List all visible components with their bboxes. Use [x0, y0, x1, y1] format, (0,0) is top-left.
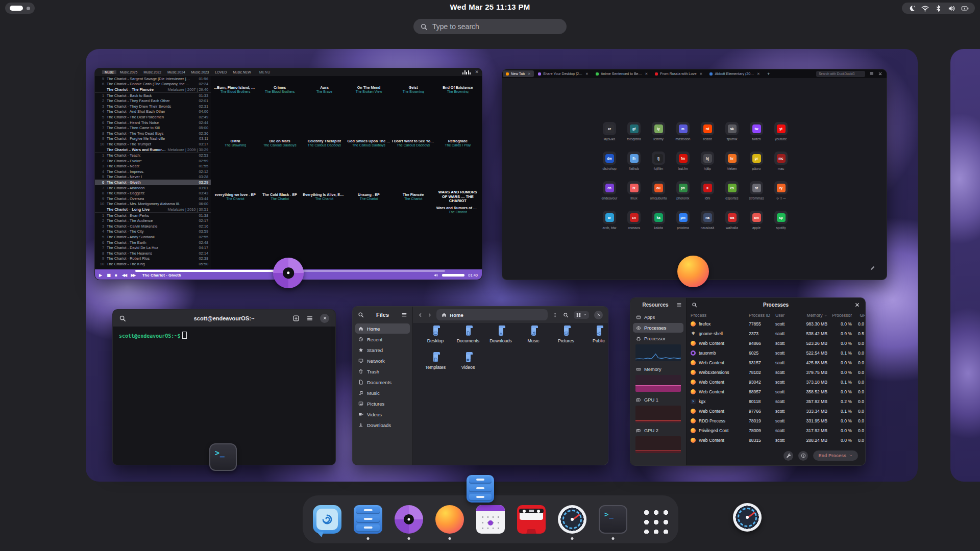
track-row[interactable]: 10 The Chariot - The King 05:50: [95, 261, 211, 267]
track-row[interactable]: 9 The Chariot - Oversea 03:44: [95, 196, 211, 202]
files-app-icon[interactable]: [467, 475, 494, 503]
album-cell[interactable]: Aura The Brave: [303, 79, 346, 132]
album-cover[interactable]: [214, 186, 257, 190]
sidebar-item-gpu1[interactable]: GPU 1: [633, 395, 683, 405]
playlist-tab[interactable]: Music.2022: [141, 70, 164, 74]
dock-item-chat-app[interactable]: [313, 505, 341, 534]
close-button[interactable]: [594, 311, 603, 319]
sidebar-item[interactable]: Videos: [355, 409, 410, 419]
folder-item[interactable]: Desktop: [419, 327, 452, 354]
folder-item[interactable]: Downloads: [484, 327, 517, 354]
album-cell[interactable]: Geist The Browning: [392, 79, 435, 132]
process-row[interactable]: >kgx 80118 scott 357.92 MB 0.2 % 0.0 %: [691, 396, 861, 406]
dock-item-console[interactable]: >_: [599, 505, 627, 534]
menu-icon[interactable]: [676, 302, 682, 308]
close-icon[interactable]: ✕: [475, 70, 479, 74]
speed-dial-tile[interactable]: tw twitch: [744, 122, 769, 152]
speed-dial-tile[interactable]: yt youtube: [769, 122, 793, 152]
process-row[interactable]: Web Content 97766 scott 333.34 MB 0.1 % …: [691, 406, 861, 416]
browser-tab[interactable]: Share Your Desktop [2… ✕: [535, 70, 592, 77]
track-row[interactable]: 6 The Chariot - Heard This Noise 02:44: [95, 120, 211, 126]
album-cell[interactable]: everything we love - EP The Chariot: [214, 186, 257, 239]
search-bar[interactable]: Type to search: [413, 19, 567, 34]
browser-tab[interactable]: From Russia with Love ✕: [652, 70, 705, 77]
window-files[interactable]: Files Home Recent: [352, 306, 608, 465]
folder-item[interactable]: Templates: [419, 354, 452, 380]
album-cell[interactable]: Die on Mars The Callous Daoboys: [258, 132, 301, 186]
speed-dial-tile[interactable]: pr päoro: [744, 152, 769, 181]
speed-dial-tile[interactable]: rd reddit: [695, 122, 720, 152]
album-cell[interactable]: Unsung - EP The Chariot: [347, 186, 390, 239]
tab-close-icon[interactable]: ✕: [584, 72, 589, 76]
album-cover[interactable]: [258, 186, 301, 190]
dock-item-resources[interactable]: [558, 505, 586, 534]
track-row[interactable]: 4 The Chariot - Impress. 02:12: [95, 169, 211, 174]
playlist-tab[interactable]: Music.2025: [117, 70, 140, 74]
track-row[interactable]: 3 The Chariot - They Drew Their Swords 0…: [95, 104, 211, 109]
playlist-tab[interactable]: Music.NEW: [230, 70, 254, 74]
track-row[interactable]: 8 The Chariot - The Two Dead Boys 02:36: [95, 131, 211, 136]
album-cover[interactable]: [303, 239, 346, 244]
speed-dial-tile[interactable]: li lōhi: [695, 181, 720, 211]
album-cell[interactable]: [347, 239, 390, 270]
speed-dial-tile[interactable]: fj fujifilm: [646, 152, 671, 181]
album-cover[interactable]: [214, 132, 257, 137]
dock-item-files[interactable]: [354, 505, 382, 534]
process-row[interactable]: Web Content 93042 scott 373.18 MB 0.1 % …: [691, 377, 861, 387]
menu-button[interactable]: MENU: [257, 68, 273, 76]
album-cell[interactable]: End Of Existence The Browning: [436, 79, 479, 132]
folder-search-icon[interactable]: [563, 312, 569, 318]
album-cell[interactable]: The Fiancée The Chariot: [392, 186, 435, 239]
album-cell[interactable]: [392, 239, 435, 270]
track-row[interactable]: 5 The Chariot - Sargent Savage [Die Inte…: [95, 76, 211, 82]
process-row[interactable]: WebExtensions 78102 scott 379.75 MB 0.0 …: [691, 367, 861, 377]
speed-dial-tile[interactable]: lx linux: [622, 181, 646, 211]
sidebar-item[interactable]: Documents: [355, 377, 410, 387]
speed-dial-tile[interactable]: sp spotify: [769, 211, 793, 240]
album-cover[interactable]: [347, 239, 390, 244]
speed-dial-tile[interactable]: na nausicaä: [695, 211, 720, 240]
track-row[interactable]: 5 The Chariot - Never I 03:28: [95, 174, 211, 180]
process-row[interactable]: tauonmb 6025 scott 522.54 MB 0.1 % 0.0 %: [691, 348, 861, 358]
window-browser[interactable]: New Tab ✕ Share Your Desktop [2… ✕ Anime…: [502, 69, 887, 280]
album-cell[interactable]: OMNI The Browning: [214, 132, 257, 186]
album-cell[interactable]: The Cold Black - EP The Chariot: [258, 186, 301, 239]
speed-dial-tile[interactable]: gf fotografia: [622, 122, 646, 152]
album-cell[interactable]: [303, 239, 346, 270]
view-toggle[interactable]: [574, 311, 589, 319]
album-cell[interactable]: WARS AND RUMORS OF WARS — THE CHARIOT Wa…: [436, 186, 479, 239]
tab-close-icon[interactable]: ✕: [527, 72, 531, 76]
process-row[interactable]: Web Content 94866 scott 523.26 MB 0.0 % …: [691, 338, 861, 348]
tab-close-icon[interactable]: ✕: [756, 72, 760, 76]
new-tab-icon[interactable]: [292, 315, 300, 322]
console-app-icon[interactable]: >_: [209, 443, 237, 471]
speed-dial-tile[interactable]: cn cnossos: [622, 211, 646, 240]
forward-icon[interactable]: [427, 312, 432, 318]
track-row[interactable]: The Chariot – Wars and Rumors of Wars Me…: [95, 147, 211, 153]
album-cell[interactable]: On The Mend The Broken View: [347, 79, 390, 132]
speed-dial-tile[interactable]: es esportes: [720, 181, 744, 211]
speed-dial-tile[interactable]: hr hleben: [720, 152, 744, 181]
speed-dial-tile[interactable]: m mastodon: [671, 122, 695, 152]
track-row[interactable]: 5 The Chariot - The Deaf Policemen 02:49: [95, 114, 211, 120]
info-button[interactable]: [798, 451, 808, 461]
pause-button[interactable]: ▮▮: [107, 273, 110, 278]
track-row[interactable]: 1 The Chariot - Teach: 02:53: [95, 153, 211, 158]
sidebar-item[interactable]: Recent: [355, 334, 410, 344]
process-row[interactable]: firefox 77855 scott 983.30 MB 0.0 % 0.0 …: [691, 319, 861, 329]
album-cell[interactable]: Celebrity Therapist The Callous Daoboys: [303, 132, 346, 186]
track-row[interactable]: The Chariot – Long Live Metalcore | 2010…: [95, 207, 211, 213]
album-cover[interactable]: [258, 239, 301, 244]
track-row[interactable]: 1 The Chariot - Back to Back 01:33: [95, 93, 211, 98]
speed-dial-tile[interactable]: ka kaiota: [646, 211, 671, 240]
firefox-app-icon[interactable]: [677, 256, 709, 287]
speed-dial-tile[interactable]: mc mac: [769, 152, 793, 181]
speed-dial-tile[interactable]: ry ラリー: [769, 181, 793, 211]
browser-tab[interactable]: Abbott Elementary (20… ✕: [706, 70, 763, 77]
playlist-tab[interactable]: Music: [102, 70, 116, 74]
track-row[interactable]: 6 The Chariot - The Earth 02:48: [95, 240, 211, 245]
track-row[interactable]: 7 The Chariot - Then Came to Kill 05:00: [95, 125, 211, 131]
sidebar-item-memory[interactable]: Memory: [633, 364, 683, 374]
album-cover[interactable]: [436, 79, 479, 83]
speed-dial-tile[interactable]: pm próxima: [671, 211, 695, 240]
